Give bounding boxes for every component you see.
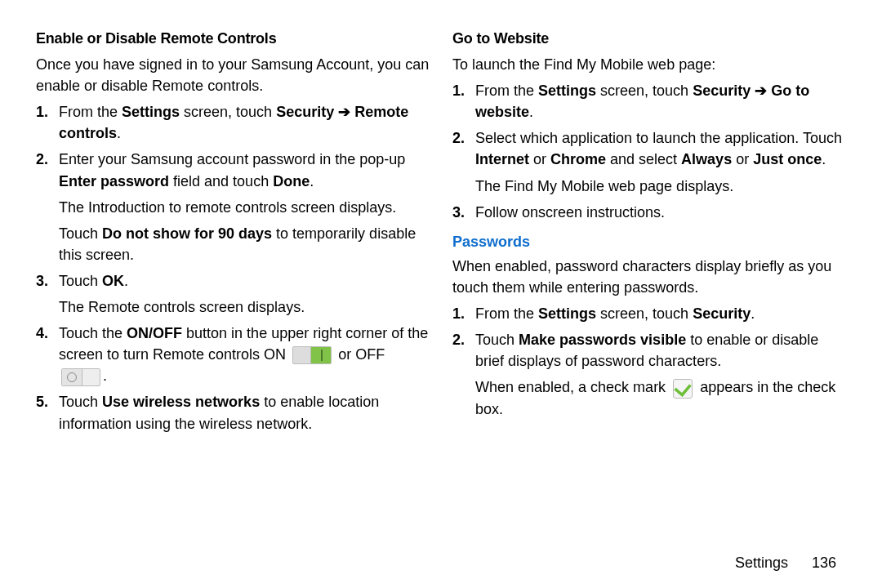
step-4: 4. Touch the ON/OFF button in the upper … [36,323,430,386]
step-1: 1. From the Settings screen, touch Secur… [452,80,846,122]
step-body: Touch the ON/OFF button in the upper rig… [59,323,430,386]
right-column: Go to Website To launch the Find My Mobi… [452,28,846,551]
step-subtext: Touch Do not show for 90 days to tempora… [59,223,430,265]
intro-remote-controls: Once you have signed in to your Samsung … [36,54,430,96]
step-body: Touch Make passwords visible to enable o… [475,329,846,420]
intro-passwords: When enabled, password characters displa… [452,256,846,298]
step-body: Select which application to launch the a… [475,127,846,196]
step-body: Touch Use wireless networks to enable lo… [59,391,430,434]
arrow-icon: ➔ [334,104,354,120]
step-3: 3. Touch OK. The Remote controls screen … [36,270,430,318]
step-2: 2. Select which application to launch th… [452,127,846,196]
step-1: 1. From the Settings screen, touch Secur… [452,303,846,324]
step-body: Enter your Samsung account password in t… [59,149,430,265]
step-number: 1. [36,101,59,122]
left-column: Enable or Disable Remote Controls Once y… [36,28,430,551]
footer-section: Settings [735,555,788,571]
steps-go-to-website: 1. From the Settings screen, touch Secur… [452,80,846,223]
step-number: 3. [452,202,475,223]
step-subtext: The Find My Mobile web page displays. [475,176,846,197]
step-number: 2. [452,329,475,350]
steps-passwords: 1. From the Settings screen, touch Secur… [452,303,846,420]
step-subtext: The Remote controls screen displays. [59,296,430,318]
step-number: 2. [36,149,59,170]
step-number: 1. [452,80,475,101]
step-body: From the Settings screen, touch Security… [475,303,846,324]
heading-remote-controls: Enable or Disable Remote Controls [36,28,430,49]
step-subtext: The Introduction to remote controls scre… [59,197,430,218]
page-footer: Settings 136 [36,551,846,588]
footer-page-number: 136 [812,555,836,571]
step-2: 2. Touch Make passwords visible to enabl… [452,329,846,420]
heading-passwords: Passwords [452,231,846,252]
arrow-icon: ➔ [751,82,771,99]
step-body: Touch OK. The Remote controls screen dis… [59,270,430,318]
intro-go-to-website: To launch the Find My Mobile web page: [452,54,846,75]
step-number: 2. [452,127,475,149]
step-number: 4. [36,323,59,344]
checkmark-icon [673,379,693,399]
heading-go-to-website: Go to Website [452,28,846,49]
step-number: 3. [36,270,59,292]
steps-remote-controls: 1. From the Settings screen, touch Secur… [36,101,430,434]
step-5: 5. Touch Use wireless networks to enable… [36,391,430,434]
step-number: 1. [452,303,475,324]
step-body: From the Settings screen, touch Security… [475,80,846,122]
step-subtext: When enabled, a check mark appears in th… [475,376,846,419]
step-3: 3. Follow onscreen instructions. [452,202,846,223]
step-2: 2. Enter your Samsung account password i… [36,149,430,265]
step-number: 5. [36,391,59,412]
toggle-on-icon [292,346,332,364]
toggle-off-icon [61,368,100,386]
step-1: 1. From the Settings screen, touch Secur… [36,101,430,144]
step-body: From the Settings screen, touch Security… [59,101,430,144]
step-body: Follow onscreen instructions. [475,202,846,223]
